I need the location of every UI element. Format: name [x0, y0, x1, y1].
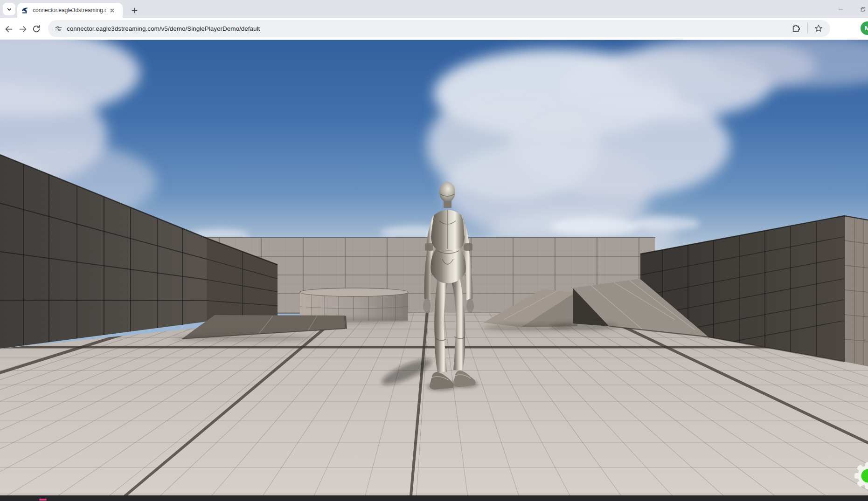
- extensions-button[interactable]: [790, 22, 802, 34]
- forward-button[interactable]: [16, 22, 30, 36]
- avatar-letter: M: [865, 25, 868, 32]
- tab-search-button[interactable]: [3, 3, 15, 15]
- eagle-logo-icon: [21, 7, 29, 14]
- puzzle-icon: [790, 22, 801, 34]
- tab[interactable]: connector.eagle3dstreaming.co: [17, 3, 123, 18]
- new-tab-button[interactable]: [129, 5, 140, 16]
- bookmark-button[interactable]: [813, 23, 825, 34]
- plus-icon: [131, 7, 138, 14]
- browser-toolbar: connector.eagle3dstreaming.com/v5/demo/S…: [0, 18, 868, 40]
- star-icon: [813, 23, 824, 34]
- arrow-left-icon: [4, 24, 14, 34]
- tab-close-button[interactable]: [108, 7, 116, 14]
- stream-letterbox-bar: [0, 495, 868, 501]
- address-bar[interactable]: connector.eagle3dstreaming.com/v5/demo/S…: [48, 20, 830, 37]
- toolbar-divider: [807, 23, 808, 33]
- tab-strip: connector.eagle3dstreaming.co: [0, 0, 868, 18]
- reload-button[interactable]: [29, 22, 43, 36]
- restore-icon: [859, 6, 866, 13]
- reload-icon: [32, 24, 41, 34]
- gear-icon: [853, 462, 868, 490]
- stream-canvas[interactable]: [0, 40, 868, 501]
- stream-settings-button[interactable]: [853, 462, 868, 490]
- window-minimize-button[interactable]: [834, 3, 848, 15]
- profile-avatar[interactable]: M: [861, 21, 868, 35]
- window-restore-button[interactable]: [855, 3, 868, 15]
- tab-title: connector.eagle3dstreaming.co: [33, 7, 106, 14]
- minimize-icon: [838, 6, 844, 12]
- loading-indicator-fragment: [39, 499, 47, 501]
- scene: [0, 40, 868, 501]
- chevron-down-icon: [6, 6, 13, 13]
- arrow-right-icon: [18, 24, 28, 34]
- browser-window: connector.eagle3dstreaming.co: [0, 0, 868, 501]
- site-settings-button[interactable]: [53, 24, 63, 34]
- close-icon: [110, 8, 115, 13]
- back-button[interactable]: [1, 22, 15, 36]
- site-settings-icon: [55, 25, 62, 33]
- url-text: connector.eagle3dstreaming.com/v5/demo/S…: [67, 25, 260, 32]
